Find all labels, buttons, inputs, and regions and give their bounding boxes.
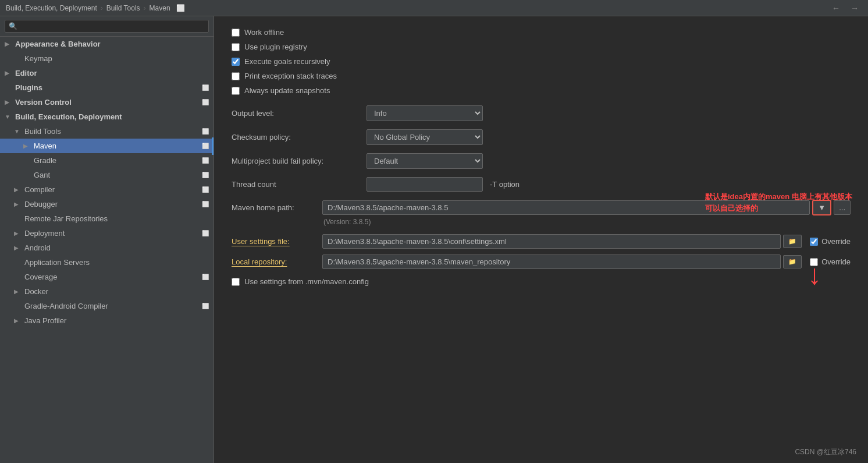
pin-icon: ⬜ — [202, 274, 209, 280]
checksum-policy-label: Checksum policy: — [232, 133, 360, 142]
arrow-icon: ▶ — [5, 70, 12, 76]
execute-goals-checkbox[interactable] — [232, 58, 240, 66]
pin-icon: ⬜ — [202, 84, 209, 91]
sidebar-item-label: Application Servers — [24, 258, 209, 267]
top-bar: Build, Execution, Deployment › Build Too… — [0, 0, 868, 16]
arrow-icon: ▼ — [5, 114, 12, 120]
checkbox-always-update: Always update snapshots — [232, 86, 851, 95]
sidebar-item-plugins[interactable]: Plugins ⬜ — [0, 80, 214, 95]
sidebar-item-label: Android — [24, 243, 209, 252]
nav-back-button[interactable]: ← — [828, 2, 844, 14]
multiproject-policy-label: Multiproject build fail policy: — [232, 157, 360, 165]
sidebar-item-label: Build Tools — [24, 127, 200, 136]
local-repo-label: Local repository: — [232, 257, 319, 266]
pin-icon: ⬜ — [202, 230, 209, 236]
sidebar-item-editor[interactable]: ▶ Editor — [0, 66, 214, 80]
sidebar-item-label: Gant — [34, 171, 200, 179]
local-repo-input[interactable] — [322, 255, 781, 269]
pin-icon: ⬜ — [202, 303, 209, 309]
checkbox-use-settings: Use settings from .mvn/maven.config — [232, 277, 851, 286]
sidebar: ▶ Appearance & Behavior Keymap ▶ Editor … — [0, 16, 214, 463]
sidebar-item-docker[interactable]: ▶ Docker — [0, 284, 214, 299]
sidebar-item-label: Docker — [24, 287, 209, 296]
sidebar-item-deployment[interactable]: ▶ Deployment ⬜ — [0, 226, 214, 241]
breadcrumb-part-3: Maven — [150, 4, 170, 12]
sidebar-item-gradle-android[interactable]: Gradle-Android Compiler ⬜ — [0, 299, 214, 313]
local-repo-row: Local repository: 📁 Override — [232, 255, 851, 269]
sidebar-item-keymap[interactable]: Keymap — [0, 51, 214, 66]
sidebar-item-version-control[interactable]: ▶ Version Control ⬜ — [0, 95, 214, 109]
sidebar-item-label: Keymap — [24, 54, 209, 63]
sidebar-item-gant[interactable]: Gant ⬜ — [0, 168, 214, 182]
multiproject-policy-select[interactable]: Default Fail At End Fail Fast Never Fail — [367, 153, 483, 169]
pin-icon: ⬜ — [202, 172, 209, 178]
pin-icon: ⬜ — [202, 201, 209, 207]
pin-icon: ⬜ — [202, 157, 209, 164]
arrow-icon: ▼ — [14, 128, 21, 135]
user-settings-browse-button[interactable]: 📁 — [783, 235, 802, 248]
sidebar-item-compiler[interactable]: ▶ Compiler ⬜ — [0, 182, 214, 197]
pin-icon: ⬜ — [202, 143, 209, 149]
sidebar-item-debugger[interactable]: ▶ Debugger ⬜ — [0, 197, 214, 211]
sidebar-item-maven[interactable]: ▶ Maven ⬜ — [0, 139, 214, 153]
print-exception-checkbox[interactable] — [232, 72, 240, 80]
sidebar-item-coverage[interactable]: Coverage ⬜ — [0, 270, 214, 284]
pin-icon: ⬜ — [202, 128, 209, 135]
checkbox-work-offline: Work offline — [232, 28, 851, 37]
local-repo-browse-button[interactable]: 📁 — [783, 255, 802, 268]
arrow-icon: ▶ — [14, 186, 21, 193]
active-accent — [212, 137, 214, 155]
nav-forward-button[interactable]: → — [847, 2, 862, 14]
sidebar-item-label: Build, Execution, Deployment — [15, 112, 209, 121]
arrow-icon: ▶ — [14, 245, 21, 251]
checkbox-execute-goals: Execute goals recursively — [232, 57, 851, 66]
user-settings-input-container: 📁 — [322, 234, 802, 249]
arrow-icon: ▶ — [14, 201, 21, 207]
search-input[interactable] — [5, 20, 209, 33]
local-repo-override-label: Override — [821, 257, 851, 266]
sidebar-item-label: Java Profiler — [24, 316, 209, 325]
sidebar-item-label: Appearance & Behavior — [15, 40, 209, 48]
annotation-content: 默认是idea内置的maven 电脑上有其他版本可以自己选择的 — [705, 192, 852, 213]
sidebar-item-android[interactable]: ▶ Android — [0, 241, 214, 255]
main-layout: ▶ Appearance & Behavior Keymap ▶ Editor … — [0, 16, 868, 463]
user-settings-input[interactable] — [322, 234, 781, 249]
use-settings-checkbox[interactable] — [232, 278, 240, 286]
sidebar-item-label: Compiler — [24, 185, 200, 194]
nav-buttons: ← → — [828, 2, 862, 14]
sidebar-item-build-execution[interactable]: ▼ Build, Execution, Deployment — [0, 109, 214, 124]
annotation-text: 默认是idea内置的maven 电脑上有其他版本可以自己选择的 — [705, 191, 856, 214]
sidebar-item-appearance[interactable]: ▶ Appearance & Behavior — [0, 37, 214, 51]
red-arrow-indicator: ↓ — [807, 261, 821, 289]
sidebar-item-app-servers[interactable]: Application Servers — [0, 255, 214, 270]
sidebar-item-label: Gradle-Android Compiler — [24, 302, 200, 310]
breadcrumb: Build, Execution, Deployment › Build Too… — [6, 4, 185, 12]
sidebar-item-label: Debugger — [24, 200, 200, 208]
work-offline-checkbox[interactable] — [232, 29, 240, 37]
user-settings-override: Override — [810, 237, 851, 246]
arrow-icon: ▶ — [14, 288, 21, 295]
use-plugin-registry-label: Use plugin registry — [244, 43, 307, 51]
thread-count-input[interactable] — [367, 177, 483, 192]
sidebar-item-label: Version Control — [15, 98, 200, 107]
breadcrumb-part-1: Build, Execution, Deployment — [6, 4, 97, 12]
work-offline-label: Work offline — [244, 28, 284, 37]
print-exception-label: Print exception stack traces — [244, 72, 337, 80]
checksum-policy-select[interactable]: No Global Policy Fail Warn Ignore — [367, 129, 483, 145]
use-plugin-registry-checkbox[interactable] — [232, 43, 240, 51]
content-area: Work offline Use plugin registry Execute… — [214, 16, 868, 463]
thread-count-row: Thread count -T option — [232, 177, 851, 192]
sidebar-item-remote-jar[interactable]: Remote Jar Repositories — [0, 211, 214, 226]
sidebar-item-build-tools[interactable]: ▼ Build Tools ⬜ — [0, 124, 214, 139]
user-settings-override-checkbox[interactable] — [810, 238, 818, 246]
maven-version-text: (Version: 3.8.5) — [323, 218, 851, 226]
sidebar-item-gradle[interactable]: Gradle ⬜ — [0, 153, 214, 168]
output-level-select[interactable]: Info Debug Quiet — [367, 105, 483, 121]
always-update-checkbox[interactable] — [232, 87, 240, 95]
breadcrumb-part-2: Build Tools — [106, 4, 140, 12]
user-settings-override-label: Override — [821, 237, 851, 246]
user-settings-label: User settings file: — [232, 237, 319, 246]
arrow-icon: ▶ — [5, 99, 12, 105]
pin-icon: ⬜ — [202, 186, 209, 193]
sidebar-item-java-profiler[interactable]: ▶ Java Profiler — [0, 313, 214, 328]
